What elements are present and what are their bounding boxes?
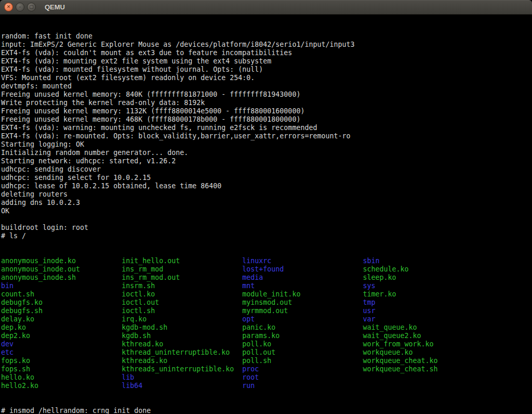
ls-row: debugfs.shioctl.shmyrmmod.outusr	[1, 307, 532, 315]
ls-entry: bin	[1, 282, 122, 290]
ls-entry: ins_rm_mod	[122, 265, 242, 274]
terminal-line: udhcpc: sending select for 10.0.2.15	[1, 174, 532, 182]
maximize-button[interactable]: ▢	[27, 3, 36, 11]
terminal-line: VFS: Mounted root (ext2 filesystem) read…	[1, 74, 532, 82]
ls-row: count.shioctl.komodule_init.kotimer.ko	[1, 290, 532, 299]
ls-entry: debugfs.sh	[1, 307, 122, 315]
ls-entry: wait_queue2.ko	[363, 332, 483, 340]
ls-entry: lib	[122, 373, 242, 382]
ls-entry: work_from_work.ko	[363, 340, 483, 348]
ls-row: anonymous_inode.koinit_hello.outlinuxrcs…	[1, 257, 532, 265]
ls-entry: kthreads.ko	[122, 357, 242, 365]
ls-entry: kthread_uninterruptible.ko	[122, 348, 242, 357]
terminal-line: Initializing random number generator... …	[1, 149, 532, 157]
ls-entry: kgdb-mod.sh	[122, 324, 242, 332]
terminal-line: devtmpfs: mounted	[1, 82, 532, 90]
ls-row: hello2.kolib64run	[1, 382, 532, 390]
ls-row: fops.shkthreads_uninterruptible.koprocwo…	[1, 365, 532, 373]
ls-entry: lost+found	[242, 265, 363, 274]
ls-row: devkthread.kopoll.kowork_from_work.ko	[1, 340, 532, 348]
ls-entry: workqueue.ko	[363, 348, 483, 357]
terminal-line: Write protecting the kernel read-only da…	[1, 99, 532, 107]
terminal-line: Starting network: udhcpc: started, v1.26…	[1, 157, 532, 165]
terminal-line: EXT4-fs (vda): warning: mounting uncheck…	[1, 124, 532, 132]
qemu-window: ✕ – ▢ QEMU random: fast init doneinput: …	[0, 0, 532, 414]
ls-row: hello.kolibroot	[1, 373, 532, 382]
terminal-line: EXT4-fs (vda): re-mounted. Opts: block_v…	[1, 132, 532, 140]
ls-entry: kthreads_uninterruptible.ko	[122, 365, 242, 373]
ls-entry: workqueue_cheat.ko	[363, 357, 483, 365]
ls-row: debugfs.koioctl.outmyinsmod.outtmp	[1, 299, 532, 307]
ls-entry: ioctl.ko	[122, 290, 242, 299]
terminal-line: udhcpc: sending discover	[1, 165, 532, 174]
ls-entry: ioctl.sh	[122, 307, 242, 315]
ls-row: bininsrm.shmntsys	[1, 282, 532, 290]
ls-entry: kthread.ko	[122, 340, 242, 348]
ls-row: anonymous_inode.shins_rm_mod.outmediasle…	[1, 274, 532, 282]
ls-entry: insrm.sh	[122, 282, 242, 290]
ls-entry: hello.ko	[1, 373, 122, 382]
terminal-line: input: ImExPS/2 Generic Explorer Mouse a…	[1, 41, 532, 49]
ls-entry: poll.out	[242, 348, 363, 357]
ls-entry: irq.ko	[122, 315, 242, 324]
ls-entry: anonymous_inode.out	[1, 265, 122, 274]
ls-entry: linuxrc	[242, 257, 363, 265]
terminal-line: buildroot login: root	[1, 224, 532, 232]
close-button[interactable]: ✕	[4, 3, 13, 11]
ls-row: fops.kokthreads.kopoll.shworkqueue_cheat…	[1, 357, 532, 365]
ls-entry: lib64	[122, 382, 242, 390]
ls-entry: panic.ko	[242, 324, 363, 332]
ls-entry: count.sh	[1, 290, 122, 299]
terminal-line: deleting routers	[1, 190, 532, 199]
ls-entry: module_init.ko	[242, 290, 363, 299]
ls-entry: etc	[1, 348, 122, 357]
ls-entry: myinsmod.out	[242, 299, 363, 307]
terminal-line: Freeing unused kernel memory: 1132K (fff…	[1, 107, 532, 115]
terminal-line: adding dns 10.0.2.3	[1, 199, 532, 207]
ls-entry: workqueue_cheat.sh	[363, 365, 483, 373]
ls-entry: anonymous_inode.ko	[1, 257, 122, 265]
minimize-icon: –	[19, 5, 21, 9]
terminal-line	[1, 215, 532, 224]
terminal-line: Freeing unused kernel memory: 840K (ffff…	[1, 90, 532, 99]
ls-entry: debugfs.ko	[1, 299, 122, 307]
ls-entry: init_hello.out	[122, 257, 242, 265]
terminal-line: # insmod /hellrandom: crng init done	[1, 407, 532, 414]
boot-log: random: fast init doneinput: ImExPS/2 Ge…	[1, 32, 532, 240]
ls-entry: ins_rm_mod.out	[122, 274, 242, 282]
ls-entry: usr	[363, 307, 483, 315]
titlebar[interactable]: ✕ – ▢ QEMU	[0, 0, 532, 15]
ls-entry: dep.ko	[1, 324, 122, 332]
ls-entry: timer.ko	[363, 290, 483, 299]
ls-entry: var	[363, 315, 483, 324]
terminal-line: OK	[1, 207, 532, 215]
ls-entry: dep2.ko	[1, 332, 122, 340]
terminal-line: EXT4-fs (vda): mounted filesystem withou…	[1, 66, 532, 74]
ls-entry: kgdb.sh	[122, 332, 242, 340]
ls-entry: myrmmod.out	[242, 307, 363, 315]
ls-output: anonymous_inode.koinit_hello.outlinuxrcs…	[1, 257, 532, 390]
ls-entry: dev	[1, 340, 122, 348]
terminal-line: EXT4-fs (vda): couldn't mount as ext3 du…	[1, 49, 532, 57]
ls-row: dep.kokgdb-mod.shpanic.kowait_queue.ko	[1, 324, 532, 332]
ls-entry: ioctl.out	[122, 299, 242, 307]
close-icon: ✕	[7, 5, 11, 9]
ls-row: delay.koirq.kooptvar	[1, 315, 532, 324]
terminal-line: udhcpc: lease of 10.0.2.15 obtained, lea…	[1, 182, 532, 190]
terminal-line: Freeing unused kernel memory: 468K (ffff…	[1, 115, 532, 124]
ls-entry: hello2.ko	[1, 382, 122, 390]
ls-entry: tmp	[363, 299, 483, 307]
terminal-line: Starting logging: OK	[1, 140, 532, 149]
terminal-screen[interactable]: random: fast init doneinput: ImExPS/2 Ge…	[0, 15, 532, 414]
ls-entry: proc	[242, 365, 363, 373]
ls-entry: params.ko	[242, 332, 363, 340]
terminal-line: # ls /	[1, 232, 532, 240]
terminal-line: EXT4-fs (vda): mounting ext2 file system…	[1, 57, 532, 66]
ls-entry: run	[242, 382, 363, 390]
minimize-button[interactable]: –	[16, 3, 24, 11]
ls-entry: anonymous_inode.sh	[1, 274, 122, 282]
ls-row: etckthread_uninterruptible.kopoll.outwor…	[1, 348, 532, 357]
ls-entry: sleep.ko	[363, 274, 483, 282]
ls-entry: wait_queue.ko	[363, 324, 483, 332]
ls-row: dep2.kokgdb.shparams.kowait_queue2.ko	[1, 332, 532, 340]
